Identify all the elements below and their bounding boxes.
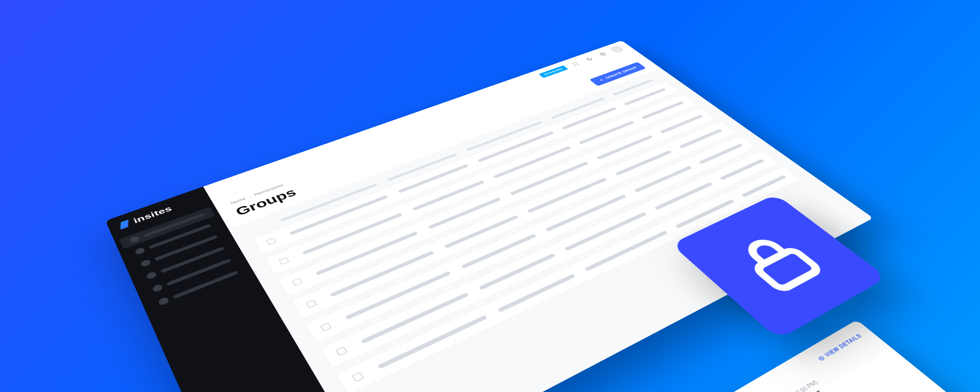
brand-logo-icon	[118, 220, 131, 230]
eye-icon	[816, 354, 826, 362]
avatar[interactable]	[608, 45, 625, 53]
checkbox[interactable]	[320, 322, 332, 331]
checkbox[interactable]	[306, 299, 317, 308]
lock-icon	[717, 221, 839, 303]
checkbox[interactable]	[292, 278, 303, 286]
plus-icon: ＋	[599, 79, 604, 80]
svg-point-2	[820, 357, 823, 359]
help-icon[interactable]	[595, 50, 611, 58]
checkbox[interactable]	[352, 372, 364, 382]
checkbox[interactable]	[336, 347, 348, 356]
moon-icon[interactable]	[582, 55, 597, 63]
fullscreen-icon[interactable]	[568, 60, 583, 68]
checkbox[interactable]	[266, 238, 277, 245]
checkbox[interactable]	[279, 257, 289, 265]
activity-panel: VIEW DETAILS less than a minute (2020-08…	[672, 320, 980, 392]
chevron-right-icon: ›	[248, 194, 252, 199]
create-group-label: CREATE GROUP	[604, 66, 638, 80]
activity-timeline: less than a minute (2020-08-01 5:00 PM)E…	[701, 341, 950, 392]
